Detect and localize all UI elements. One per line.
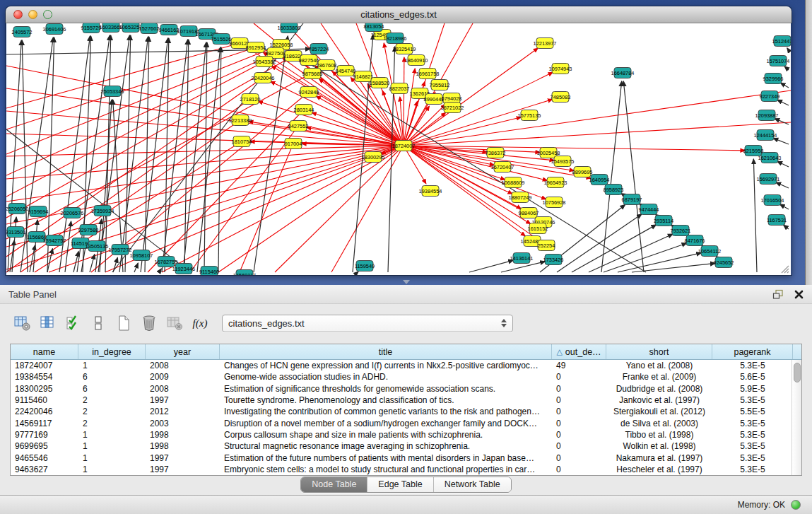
cell-in-degree[interactable]: 1 [78, 430, 146, 440]
checkbox-column-icon[interactable] [88, 313, 109, 333]
graph-node[interactable]: 7386372 [486, 148, 506, 158]
table-scrollbar-thumb[interactable] [794, 363, 801, 382]
graph-node[interactable]: 19384554 [419, 186, 442, 197]
graph-node[interactable]: 1615152 [528, 223, 548, 234]
column-header-in-degree[interactable]: in_degree [78, 344, 146, 359]
graph-node[interactable]: 11923446 [172, 264, 195, 274]
graph-node[interactable]: 30691406 [43, 24, 66, 35]
table-row[interactable]: 1456911722003Disruption of a novel membe… [11, 417, 801, 428]
graph-node[interactable]: 9159694 [28, 206, 49, 217]
column-header-pagerank[interactable]: pagerank [712, 344, 793, 359]
graph-node[interactable]: 16210643 [758, 153, 782, 163]
cell-name[interactable]: 9115460 [11, 395, 78, 405]
cell-in-degree[interactable]: 6 [78, 384, 146, 394]
cell-pagerank[interactable]: 5.9E-5 [712, 384, 793, 394]
cell-out-de-[interactable]: 0 [552, 441, 606, 451]
tab-edge-table[interactable]: Edge Table [367, 477, 433, 492]
graph-node[interactable]: 2803144 [294, 105, 314, 115]
graph-node[interactable]: 19654923 [544, 177, 567, 188]
cell-in-degree[interactable]: 2 [78, 407, 146, 416]
column-header-name[interactable]: name [11, 344, 78, 359]
graph-node[interactable]: 9115460 [199, 267, 219, 276]
graph-node[interactable]: 1588520 [370, 78, 390, 88]
network-window[interactable]: citations_edges.txt 18724007866012389129… [6, 6, 792, 275]
cell-title[interactable]: Corpus callosum shape and size in male p… [220, 430, 552, 440]
cell-pagerank[interactable]: 5.3E-5 [712, 419, 793, 428]
graph-node[interactable]: 16721022 [441, 103, 464, 113]
graph-node[interactable]: 8822037 [389, 83, 410, 94]
close-panel-icon[interactable] [794, 290, 804, 299]
select-columns-icon[interactable] [62, 313, 83, 333]
cell-pagerank[interactable]: 5.3E-5 [712, 465, 793, 474]
cell-short[interactable]: Stergiakouli et al. (2012) [606, 407, 712, 416]
network-window-titlebar[interactable]: citations_edges.txt [6, 6, 792, 23]
graph-node[interactable]: 17957272 [109, 245, 132, 255]
graph-node[interactable]: 1512447 [772, 36, 791, 47]
cell-pagerank[interactable]: 5.3E-5 [712, 361, 793, 370]
graph-node[interactable]: 9466162 [159, 25, 180, 35]
cell-out-de-[interactable]: 0 [552, 384, 606, 394]
graph-node[interactable]: 252254 [538, 240, 555, 251]
cell-title[interactable]: Tourette syndrome. Phenomenology and cla… [220, 395, 552, 405]
function-builder-icon[interactable]: f(x) [189, 313, 211, 333]
table-row[interactable]: 969969511998Structural magnetic resonanc… [11, 440, 801, 452]
cell-title[interactable]: Embryonic stem cells: a model to study s… [220, 465, 552, 474]
table-row[interactable]: 1938455462009Genome-wide association stu… [11, 371, 801, 382]
cell-out-de-[interactable]: 0 [552, 372, 606, 382]
cell-short[interactable]: Wolkin et al. (1998) [606, 441, 712, 451]
graph-node[interactable]: 7515526 [211, 34, 232, 45]
cell-pagerank[interactable]: 5.6E-5 [712, 372, 793, 382]
graph-node[interactable]: 10958107 [130, 250, 153, 261]
graph-node[interactable]: 16648784 [611, 68, 635, 78]
graph-node[interactable]: 14136141 [510, 253, 534, 264]
cell-year[interactable]: 2009 [146, 372, 220, 382]
cell-year[interactable]: 1997 [146, 453, 220, 463]
graph-node[interactable]: 2405572 [12, 27, 33, 37]
cell-out-de-[interactable]: 0 [552, 419, 606, 428]
graph-node[interactable]: 1159549 [355, 261, 375, 271]
graph-node[interactable]: 25053346 [101, 86, 124, 97]
graph-node[interactable]: 1640954 [589, 175, 610, 185]
graph-node[interactable]: 16033809 [278, 23, 301, 33]
graph-node[interactable]: 9313501 [6, 227, 25, 238]
graph-node[interactable]: 15751074 [767, 56, 790, 66]
cell-out-de-[interactable]: 0 [552, 395, 606, 405]
cell-in-degree[interactable]: 2 [78, 395, 146, 405]
graph-node[interactable]: 1527602 [139, 23, 160, 34]
cell-year[interactable]: 2012 [146, 407, 220, 416]
cell-title[interactable]: Genome-wide association studies in ADHD. [220, 372, 552, 382]
graph-node[interactable]: 14569117 [233, 270, 256, 276]
cell-out-de-[interactable]: 0 [552, 430, 606, 440]
graph-node[interactable]: 9155729 [81, 23, 102, 33]
graph-node[interactable]: 9227349 [760, 91, 780, 102]
cell-year[interactable]: 2008 [146, 384, 220, 394]
table-row[interactable]: 977716911998Corpus callosum shape and si… [11, 429, 801, 440]
graph-node[interactable]: 7932621 [671, 226, 691, 236]
tab-network-table[interactable]: Network Table [434, 477, 511, 492]
float-panel-icon[interactable] [772, 289, 784, 300]
graph-node[interactable]: 8958923 [604, 185, 624, 195]
graph-node[interactable]: 8427552 [288, 121, 309, 132]
cell-short[interactable]: Hescheler et al. (1997) [606, 465, 712, 474]
graph-node[interactable]: 7485083 [551, 92, 571, 103]
graph-node[interactable]: 1810754 [232, 136, 252, 147]
window-resize-grip[interactable] [779, 264, 789, 274]
table-scrollbar[interactable] [792, 360, 801, 475]
graph-node[interactable]: 8813054 [364, 23, 384, 32]
graph-node[interactable]: 18325419 [393, 44, 416, 54]
graph-node[interactable]: 7857224 [309, 44, 329, 54]
graph-node[interactable]: 16720407 [491, 162, 514, 173]
zoom-button[interactable] [43, 10, 52, 19]
cell-name[interactable]: 9777169 [11, 430, 78, 440]
graph-node[interactable]: 8471676 [685, 235, 705, 246]
cell-short[interactable]: Tibbo et al. (1998) [606, 430, 712, 440]
cell-year[interactable]: 1997 [146, 395, 220, 405]
cell-year[interactable]: 1998 [146, 430, 220, 440]
graph-node[interactable]: 9474444 [639, 204, 659, 215]
graph-node[interactable]: 13942757 [43, 235, 66, 246]
cell-pagerank[interactable]: 5.5E-5 [712, 407, 793, 416]
cell-name[interactable]: 14569117 [11, 419, 78, 428]
graph-node[interactable]: 17016504 [761, 195, 784, 206]
graph-node[interactable]: 8912954 [246, 42, 266, 53]
column-header-out-de-[interactable]: △out_de… [552, 344, 606, 359]
